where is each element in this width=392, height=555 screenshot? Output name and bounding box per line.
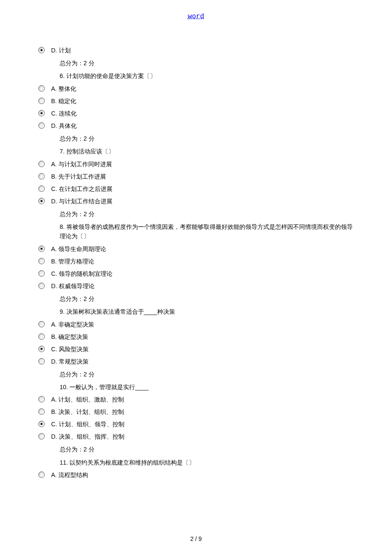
radio-unselected-icon bbox=[38, 333, 45, 340]
option-letter: B. bbox=[51, 408, 57, 415]
document-page: word D. 计划总分为：2 分6. 计划功能的使命是使决策方案〔〕A. 整体… bbox=[0, 0, 392, 555]
option-body: 在计划工作之后进展 bbox=[57, 185, 112, 192]
option-letter: D. bbox=[51, 198, 57, 205]
question-stem: 7. 控制活动应该〔〕 bbox=[60, 147, 354, 156]
radio-button[interactable] bbox=[38, 332, 51, 340]
radio-dot-icon bbox=[40, 200, 43, 202]
option-text: B. 稳定化 bbox=[51, 97, 354, 106]
option-row: A. 计划、组织、激励、控制 bbox=[38, 395, 354, 404]
radio-unselected-icon bbox=[38, 321, 45, 327]
option-text: D. 具体化 bbox=[51, 121, 354, 130]
radio-unselected-icon bbox=[38, 358, 45, 364]
radio-button[interactable] bbox=[38, 172, 51, 179]
question-stem: 6. 计划功能的使命是使决策方案〔〕 bbox=[60, 71, 354, 81]
option-letter: D. bbox=[51, 358, 57, 365]
radio-button[interactable] bbox=[38, 197, 51, 204]
radio-button[interactable] bbox=[38, 320, 51, 327]
option-text: A. 领导生命周期理论 bbox=[51, 245, 354, 254]
question-stem: 11. 以契约关系为根底建立和维持的组织结构是〔〕 bbox=[60, 458, 354, 467]
radio-selected-icon bbox=[38, 198, 45, 204]
option-text: A. 计划、组织、激励、控制 bbox=[51, 395, 354, 404]
option-row: A. 整体化 bbox=[38, 84, 354, 93]
radio-button[interactable] bbox=[38, 432, 51, 439]
header-link-text[interactable]: word bbox=[188, 13, 204, 20]
option-letter: A. bbox=[51, 246, 57, 252]
radio-unselected-icon bbox=[38, 185, 45, 192]
header-link: word bbox=[38, 13, 354, 20]
option-letter: D. bbox=[51, 283, 57, 289]
page-number: 2 / 9 bbox=[0, 535, 392, 542]
option-body: 领导的随机制宜理论 bbox=[57, 270, 112, 277]
radio-dot-icon bbox=[40, 49, 43, 51]
radio-button[interactable] bbox=[38, 282, 51, 289]
radio-unselected-icon bbox=[38, 161, 45, 167]
option-text: D. 决策、组织、指挥、控制 bbox=[51, 432, 354, 441]
radio-button[interactable] bbox=[38, 395, 51, 402]
option-text: A. 整体化 bbox=[51, 84, 354, 93]
radio-button[interactable] bbox=[38, 257, 51, 264]
option-row: D. 与计划工作结合进展 bbox=[38, 197, 354, 206]
radio-unselected-icon bbox=[38, 258, 45, 264]
radio-button[interactable] bbox=[38, 121, 51, 129]
option-text: C. 领导的随机制宜理论 bbox=[51, 269, 354, 278]
option-body: 管理方格理论 bbox=[57, 258, 94, 265]
option-text: D. 常规型决策 bbox=[51, 357, 354, 366]
option-body: 常规型决策 bbox=[57, 358, 89, 365]
option-letter: A. bbox=[51, 396, 57, 403]
option-row: C. 计划、组织、领导、控制 bbox=[38, 420, 354, 429]
option-row: C. 风险型决策 bbox=[38, 345, 354, 354]
radio-button[interactable] bbox=[38, 160, 51, 167]
option-row: C. 连续化 bbox=[38, 109, 354, 118]
radio-button[interactable] bbox=[38, 420, 51, 427]
option-body: 流程型结构 bbox=[57, 471, 88, 478]
radio-button[interactable] bbox=[38, 97, 51, 104]
option-text: B. 管理方格理论 bbox=[51, 257, 354, 266]
radio-button[interactable] bbox=[38, 245, 51, 252]
radio-selected-icon bbox=[38, 110, 45, 116]
radio-unselected-icon bbox=[38, 283, 45, 289]
option-letter: C. bbox=[51, 270, 57, 277]
option-body: 确定型决策 bbox=[57, 333, 88, 340]
radio-button[interactable] bbox=[38, 84, 51, 92]
option-row: D. 常规型决策 bbox=[38, 357, 354, 366]
radio-dot-icon bbox=[40, 423, 43, 425]
option-letter: A. bbox=[51, 85, 57, 92]
option-row: B. 先于计划工作进展 bbox=[38, 172, 354, 181]
radio-button[interactable] bbox=[38, 471, 51, 478]
option-letter: C. bbox=[51, 421, 57, 428]
option-row: A. 与计划工作同时进展 bbox=[38, 160, 354, 169]
option-row: B. 确定型决策 bbox=[38, 332, 354, 341]
radio-button[interactable] bbox=[38, 109, 51, 116]
option-row: B. 决策、计划、组织、控制 bbox=[38, 408, 354, 416]
option-row: D. 权威领导理论 bbox=[38, 282, 354, 291]
radio-button[interactable] bbox=[38, 269, 51, 277]
option-text: C. 在计划工作之后进展 bbox=[51, 185, 354, 194]
radio-button[interactable] bbox=[38, 46, 51, 53]
option-letter: D. bbox=[51, 433, 57, 440]
radio-button[interactable] bbox=[38, 345, 51, 352]
radio-unselected-icon bbox=[38, 173, 45, 179]
questions-container: D. 计划总分为：2 分6. 计划功能的使命是使决策方案〔〕A. 整体化B. 稳… bbox=[38, 46, 354, 480]
radio-selected-icon bbox=[38, 421, 45, 427]
radio-dot-icon bbox=[40, 248, 43, 250]
option-body: 连续化 bbox=[57, 110, 77, 117]
radio-unselected-icon bbox=[38, 270, 45, 277]
option-letter: C. bbox=[51, 346, 57, 353]
radio-button[interactable] bbox=[38, 185, 51, 192]
option-row: A. 流程型结构 bbox=[38, 471, 354, 480]
option-text: D. 权威领导理论 bbox=[51, 282, 354, 291]
radio-dot-icon bbox=[40, 112, 43, 114]
radio-unselected-icon bbox=[38, 85, 45, 92]
score-line: 总分为：2 分 bbox=[60, 134, 354, 143]
option-text: B. 决策、计划、组织、控制 bbox=[51, 408, 354, 416]
radio-button[interactable] bbox=[38, 408, 51, 415]
radio-unselected-icon bbox=[38, 471, 45, 478]
radio-button[interactable] bbox=[38, 357, 51, 364]
radio-unselected-icon bbox=[38, 396, 45, 402]
question-stem: 10. 一般认为，管理就是实行____ bbox=[60, 382, 354, 392]
question-stem: 8. 将被领导者的成熟程度作为一个情境因素，考察能够取得最好效能的领导方式是怎样… bbox=[60, 222, 354, 241]
option-row: C. 领导的随机制宜理论 bbox=[38, 269, 354, 278]
option-text: A. 流程型结构 bbox=[51, 471, 354, 480]
option-letter: D. bbox=[51, 47, 57, 54]
option-text: D. 与计划工作结合进展 bbox=[51, 197, 354, 206]
